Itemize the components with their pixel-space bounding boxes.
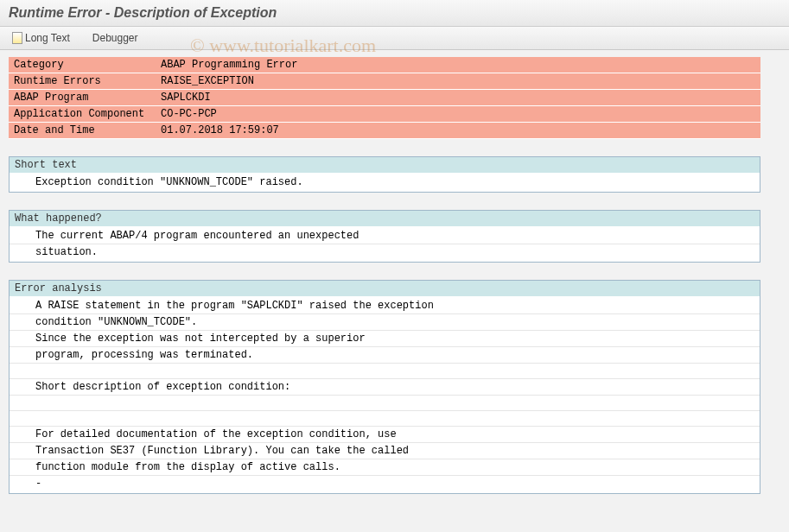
title-bar: Runtime Error - Description of Exception [0,0,789,27]
info-row: ABAP ProgramSAPLCKDI [9,90,760,106]
section-line [10,395,760,410]
info-label: Date and Time [9,123,156,139]
section-line: The current ABAP/4 program encountered a… [10,228,760,244]
section-line: Transaction SE37 (Function Library). You… [10,442,760,459]
info-row: Application ComponentCO-PC-PCP [9,106,760,123]
section-line: Since the exception was not intercepted … [10,330,760,346]
section-body: The current ABAP/4 program encountered a… [10,226,760,262]
info-row: Date and Time01.07.2018 17:59:07 [9,123,760,139]
section-line [10,410,760,426]
section-header: Short text [10,157,760,173]
section-line: Exception condition "UNKNOWN_TCODE" rais… [10,174,760,190]
info-table: CategoryABAP Programming ErrorRuntime Er… [9,57,760,139]
info-value: SAPLCKDI [156,90,760,106]
info-value: 01.07.2018 17:59:07 [156,123,760,139]
section: Short textException condition "UNKNOWN_T… [9,156,760,193]
section-line: For detailed documentation of the except… [10,426,760,442]
section: Error analysisA RAISE statement in the p… [9,280,760,494]
section: What happened?The current ABAP/4 program… [9,210,760,263]
info-label: Application Component [9,106,156,123]
section-line [10,363,760,378]
long-text-button[interactable]: Long Text [9,30,73,46]
info-value: RAISE_EXCEPTION [156,73,760,90]
info-row: Runtime ErrorsRAISE_EXCEPTION [9,73,760,90]
content-area: CategoryABAP Programming ErrorRuntime Er… [0,50,789,518]
section-header: Error analysis [10,281,760,296]
info-row: CategoryABAP Programming Error [9,57,760,73]
document-icon [12,32,22,44]
info-value: ABAP Programming Error [156,57,760,73]
info-label: Runtime Errors [9,73,156,90]
section-header: What happened? [10,211,760,226]
section-line: A RAISE statement in the program "SAPLCK… [10,298,760,314]
section-line: situation. [10,244,760,260]
section-line: program, processing was terminated. [10,346,760,363]
info-label: Category [9,57,156,73]
debugger-label: Debugger [92,32,138,44]
page-title: Runtime Error - Description of Exception [9,5,780,21]
section-line: - [10,475,760,491]
section-body: A RAISE statement in the program "SAPLCK… [10,296,760,493]
section-body: Exception condition "UNKNOWN_TCODE" rais… [10,173,760,192]
toolbar: Long Text Debugger [0,27,789,50]
section-line: Short description of exception condition… [10,378,760,395]
section-line: function module from the display of acti… [10,459,760,475]
info-label: ABAP Program [9,90,156,106]
info-value: CO-PC-PCP [156,106,760,123]
debugger-button[interactable]: Debugger [89,30,142,46]
section-line: condition "UNKNOWN_TCODE". [10,314,760,330]
long-text-label: Long Text [25,32,70,44]
